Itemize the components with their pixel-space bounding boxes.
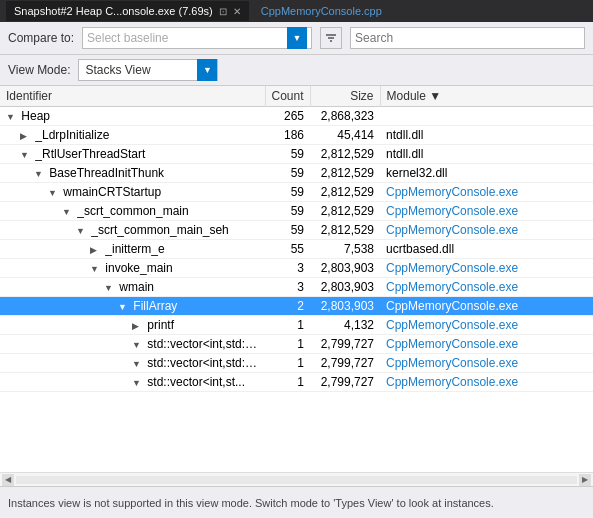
expand-icon[interactable]: ▼ — [76, 226, 88, 236]
heap-table: Identifier Count Size Module ▼ ▼ Heap265… — [0, 86, 593, 392]
cell-size: 2,812,529 — [310, 164, 380, 183]
view-mode-select[interactable]: Stacks View ▼ — [78, 59, 218, 81]
expand-icon[interactable]: ▶ — [20, 131, 32, 141]
identifier-text: wmain — [116, 280, 154, 294]
table-row[interactable]: ▼ _scrt_common_main592,812,529CppMemoryC… — [0, 202, 593, 221]
cell-module: ucrtbased.dll — [380, 240, 593, 259]
cell-identifier: ▶ _LdrpInitialize — [0, 126, 265, 145]
snapshot-tab[interactable]: Snapshot#2 Heap C...onsole.exe (7.69s) ⊡… — [6, 1, 249, 21]
cell-size: 2,803,903 — [310, 278, 380, 297]
filename-tab[interactable]: CppMemoryConsole.cpp — [253, 1, 390, 21]
cell-count: 1 — [265, 354, 310, 373]
view-mode-row: View Mode: Stacks View ▼ — [0, 55, 593, 86]
status-message: Instances view is not supported in this … — [8, 497, 494, 509]
title-bar: Snapshot#2 Heap C...onsole.exe (7.69s) ⊡… — [0, 0, 593, 22]
expand-icon[interactable]: ▼ — [62, 207, 74, 217]
table-row[interactable]: ▼ std::vector<int,st...12,799,727CppMemo… — [0, 373, 593, 392]
scroll-right-button[interactable]: ▶ — [579, 474, 591, 486]
cell-size: 7,538 — [310, 240, 380, 259]
cell-size: 2,803,903 — [310, 297, 380, 316]
expand-icon[interactable]: ▶ — [132, 321, 144, 331]
identifier-text: Heap — [18, 109, 50, 123]
col-module[interactable]: Module ▼ — [380, 86, 593, 107]
table-row[interactable]: ▶ _LdrpInitialize18645,414ntdll.dll — [0, 126, 593, 145]
cell-identifier: ▶ _initterm_e — [0, 240, 265, 259]
scroll-left-button[interactable]: ◀ — [2, 474, 14, 486]
expand-icon[interactable]: ▼ — [132, 378, 144, 388]
expand-icon[interactable]: ▼ — [132, 359, 144, 369]
table-container[interactable]: Identifier Count Size Module ▼ ▼ Heap265… — [0, 86, 593, 472]
cell-module: CppMemoryConsole.exe — [380, 297, 593, 316]
horizontal-scrollbar[interactable]: ◀ ▶ — [0, 472, 593, 486]
table-header-row: Identifier Count Size Module ▼ — [0, 86, 593, 107]
toolbar: Compare to: Select baseline ▼ — [0, 22, 593, 55]
cell-module: ntdll.dll — [380, 145, 593, 164]
table-row[interactable]: ▼ FillArray22,803,903CppMemoryConsole.ex… — [0, 297, 593, 316]
table-row[interactable]: ▼ wmainCRTStartup592,812,529CppMemoryCon… — [0, 183, 593, 202]
cell-size: 2,812,529 — [310, 202, 380, 221]
expand-icon[interactable]: ▼ — [20, 150, 32, 160]
table-row[interactable]: ▼ BaseThreadInitThunk592,812,529kernel32… — [0, 164, 593, 183]
table-row[interactable]: ▶ printf14,132CppMemoryConsole.exe — [0, 316, 593, 335]
scroll-track[interactable] — [16, 476, 577, 484]
cell-identifier: ▼ Heap — [0, 107, 265, 126]
filter-button[interactable] — [320, 27, 342, 49]
main-content: Compare to: Select baseline ▼ View Mode:… — [0, 22, 593, 518]
table-row[interactable]: ▶ _initterm_e557,538ucrtbased.dll — [0, 240, 593, 259]
baseline-dropdown-arrow[interactable]: ▼ — [287, 27, 307, 49]
table-body: ▼ Heap2652,868,323▶ _LdrpInitialize18645… — [0, 107, 593, 392]
cell-size: 2,812,529 — [310, 183, 380, 202]
search-input[interactable] — [350, 27, 585, 49]
identifier-text: std::vector<int,st... — [144, 375, 245, 389]
identifier-text: BaseThreadInitThunk — [46, 166, 164, 180]
cell-module: CppMemoryConsole.exe — [380, 316, 593, 335]
identifier-text: printf — [144, 318, 174, 332]
cell-identifier: ▼ _scrt_common_main_seh — [0, 221, 265, 240]
table-row[interactable]: ▼ wmain32,803,903CppMemoryConsole.exe — [0, 278, 593, 297]
cell-size: 2,799,727 — [310, 354, 380, 373]
cell-count: 59 — [265, 221, 310, 240]
baseline-select[interactable]: Select baseline ▼ — [82, 27, 312, 49]
cell-identifier: ▼ _RtlUserThreadStart — [0, 145, 265, 164]
cell-identifier: ▼ std::vector<int,st... — [0, 373, 265, 392]
expand-icon[interactable]: ▼ — [118, 302, 130, 312]
expand-icon[interactable]: ▼ — [34, 169, 46, 179]
view-mode-arrow[interactable]: ▼ — [197, 59, 217, 81]
cell-count: 265 — [265, 107, 310, 126]
cell-size: 2,812,529 — [310, 221, 380, 240]
table-row[interactable]: ▼ std::vector<int,std::alloc...12,799,72… — [0, 335, 593, 354]
table-row[interactable]: ▼ invoke_main32,803,903CppMemoryConsole.… — [0, 259, 593, 278]
expand-icon[interactable]: ▼ — [6, 112, 18, 122]
view-mode-value: Stacks View — [79, 63, 197, 77]
cell-identifier: ▼ wmain — [0, 278, 265, 297]
table-row[interactable]: ▼ _scrt_common_main_seh592,812,529CppMem… — [0, 221, 593, 240]
identifier-text: _scrt_common_main_seh — [88, 223, 229, 237]
cell-identifier: ▶ printf — [0, 316, 265, 335]
cell-module: CppMemoryConsole.exe — [380, 335, 593, 354]
col-identifier: Identifier — [0, 86, 265, 107]
identifier-text: FillArray — [130, 299, 177, 313]
table-row[interactable]: ▼ Heap2652,868,323 — [0, 107, 593, 126]
tab-close-icon[interactable]: ✕ — [233, 6, 241, 17]
filter-icon — [325, 32, 337, 44]
cell-count: 1 — [265, 316, 310, 335]
identifier-text: _scrt_common_main — [74, 204, 189, 218]
compare-to-label: Compare to: — [8, 31, 74, 45]
expand-icon[interactable]: ▶ — [90, 245, 102, 255]
cell-module: kernel32.dll — [380, 164, 593, 183]
table-row[interactable]: ▼ _RtlUserThreadStart592,812,529ntdll.dl… — [0, 145, 593, 164]
expand-icon[interactable]: ▼ — [104, 283, 116, 293]
cell-identifier: ▼ std::vector<int,std::alloc... — [0, 335, 265, 354]
cell-identifier: ▼ BaseThreadInitThunk — [0, 164, 265, 183]
cell-count: 1 — [265, 373, 310, 392]
cell-module: CppMemoryConsole.exe — [380, 183, 593, 202]
expand-icon[interactable]: ▼ — [90, 264, 102, 274]
baseline-placeholder: Select baseline — [87, 31, 168, 45]
cell-size: 2,868,323 — [310, 107, 380, 126]
tab-pin-icon[interactable]: ⊡ — [219, 6, 227, 17]
cell-module: ntdll.dll — [380, 126, 593, 145]
expand-icon[interactable]: ▼ — [132, 340, 144, 350]
identifier-text: invoke_main — [102, 261, 173, 275]
expand-icon[interactable]: ▼ — [48, 188, 60, 198]
table-row[interactable]: ▼ std::vector<int,std::al...12,799,727Cp… — [0, 354, 593, 373]
